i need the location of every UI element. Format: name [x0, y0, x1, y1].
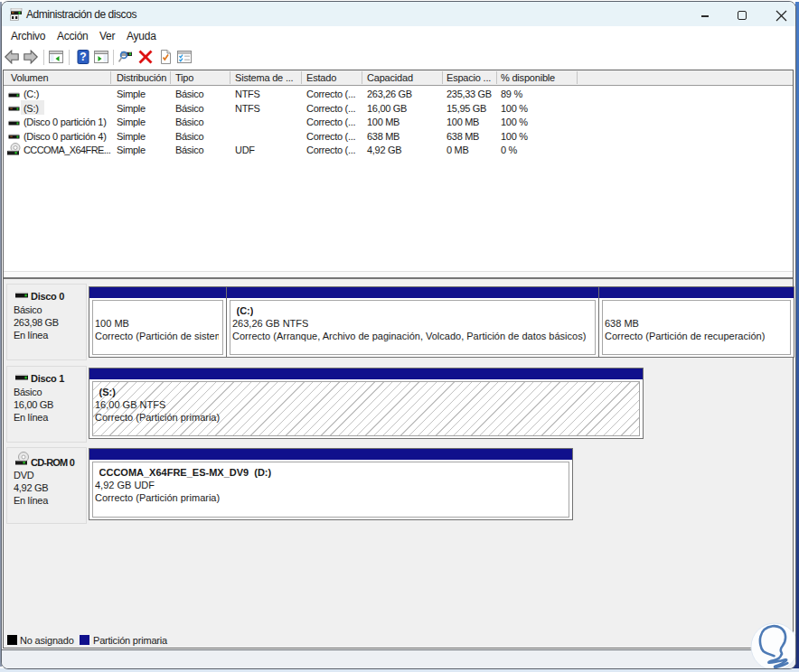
svg-text:?: ? [80, 51, 86, 63]
